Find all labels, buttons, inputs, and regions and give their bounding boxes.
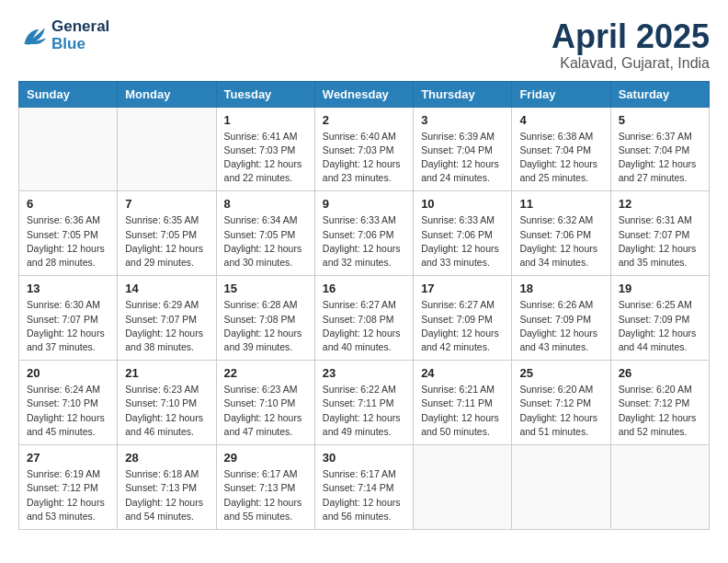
- day-number: 3: [421, 113, 504, 127]
- day-info: Sunrise: 6:21 AMSunset: 7:11 PMDaylight:…: [421, 383, 504, 439]
- calendar-cell: 18Sunrise: 6:26 AMSunset: 7:09 PMDayligh…: [512, 276, 610, 361]
- calendar-cell: 12Sunrise: 6:31 AMSunset: 7:07 PMDayligh…: [610, 191, 709, 276]
- day-info: Sunrise: 6:24 AMSunset: 7:10 PMDaylight:…: [27, 383, 109, 439]
- calendar-week-row: 6Sunrise: 6:36 AMSunset: 7:05 PMDaylight…: [19, 191, 710, 276]
- day-info: Sunrise: 6:23 AMSunset: 7:10 PMDaylight:…: [125, 383, 208, 439]
- calendar-cell: [512, 445, 610, 530]
- calendar-cell: [610, 445, 709, 530]
- calendar-cell: 26Sunrise: 6:20 AMSunset: 7:12 PMDayligh…: [610, 361, 709, 445]
- day-number: 28: [125, 451, 208, 465]
- day-number: 15: [224, 282, 307, 295]
- day-info: Sunrise: 6:27 AMSunset: 7:09 PMDaylight:…: [421, 298, 504, 354]
- calendar-cell: 6Sunrise: 6:36 AMSunset: 7:05 PMDaylight…: [19, 191, 118, 276]
- day-number: 23: [323, 366, 405, 380]
- calendar-cell: 27Sunrise: 6:19 AMSunset: 7:12 PMDayligh…: [19, 445, 118, 530]
- calendar-cell: 7Sunrise: 6:35 AMSunset: 7:05 PMDaylight…: [118, 191, 216, 276]
- calendar-cell: 28Sunrise: 6:18 AMSunset: 7:13 PMDayligh…: [118, 445, 216, 530]
- day-number: 2: [323, 113, 405, 127]
- calendar-week-row: 27Sunrise: 6:19 AMSunset: 7:12 PMDayligh…: [19, 445, 710, 530]
- day-number: 6: [27, 197, 109, 211]
- day-info: Sunrise: 6:38 AMSunset: 7:04 PMDaylight:…: [519, 130, 602, 186]
- day-info: Sunrise: 6:19 AMSunset: 7:12 PMDaylight:…: [27, 467, 109, 523]
- logo-blue: Blue: [51, 36, 109, 53]
- day-number: 13: [27, 282, 109, 295]
- calendar-cell: 1Sunrise: 6:41 AMSunset: 7:03 PMDaylight…: [216, 107, 314, 191]
- day-number: 1: [224, 113, 307, 127]
- calendar-cell: 20Sunrise: 6:24 AMSunset: 7:10 PMDayligh…: [19, 361, 118, 445]
- day-info: Sunrise: 6:23 AMSunset: 7:10 PMDaylight:…: [224, 383, 307, 439]
- weekday-header-saturday: Saturday: [610, 81, 709, 107]
- day-number: 7: [125, 197, 208, 211]
- logo: General Blue: [18, 18, 109, 52]
- title-area: April 2025 Kalavad, Gujarat, India: [552, 18, 710, 72]
- day-info: Sunrise: 6:34 AMSunset: 7:05 PMDaylight:…: [224, 213, 307, 270]
- calendar-cell: 4Sunrise: 6:38 AMSunset: 7:04 PMDaylight…: [512, 107, 610, 191]
- day-number: 27: [27, 451, 109, 465]
- calendar-cell: [118, 107, 216, 191]
- day-number: 14: [125, 282, 208, 295]
- day-info: Sunrise: 6:41 AMSunset: 7:03 PMDaylight:…: [224, 130, 307, 186]
- day-info: Sunrise: 6:33 AMSunset: 7:06 PMDaylight:…: [421, 213, 504, 270]
- day-info: Sunrise: 6:37 AMSunset: 7:04 PMDaylight:…: [619, 130, 701, 186]
- day-info: Sunrise: 6:22 AMSunset: 7:11 PMDaylight:…: [323, 383, 405, 439]
- day-info: Sunrise: 6:25 AMSunset: 7:09 PMDaylight:…: [619, 298, 701, 354]
- day-number: 11: [519, 197, 602, 211]
- day-number: 30: [323, 451, 405, 465]
- weekday-header-row: SundayMondayTuesdayWednesdayThursdayFrid…: [19, 81, 710, 107]
- calendar-cell: 25Sunrise: 6:20 AMSunset: 7:12 PMDayligh…: [512, 361, 610, 445]
- calendar-cell: 2Sunrise: 6:40 AMSunset: 7:03 PMDaylight…: [314, 107, 413, 191]
- calendar-cell: 15Sunrise: 6:28 AMSunset: 7:08 PMDayligh…: [216, 276, 314, 361]
- weekday-header-monday: Monday: [118, 81, 216, 107]
- day-number: 19: [619, 282, 701, 295]
- weekday-header-tuesday: Tuesday: [216, 81, 314, 107]
- weekday-header-thursday: Thursday: [414, 81, 512, 107]
- day-number: 8: [224, 197, 307, 211]
- day-number: 5: [619, 113, 701, 127]
- calendar-cell: 13Sunrise: 6:30 AMSunset: 7:07 PMDayligh…: [19, 276, 118, 361]
- day-info: Sunrise: 6:20 AMSunset: 7:12 PMDaylight:…: [519, 383, 602, 439]
- calendar-table: SundayMondayTuesdayWednesdayThursdayFrid…: [18, 81, 710, 530]
- calendar-cell: [414, 445, 512, 530]
- calendar-location: Kalavad, Gujarat, India: [552, 55, 710, 72]
- day-info: Sunrise: 6:33 AMSunset: 7:06 PMDaylight:…: [323, 213, 405, 270]
- calendar-cell: 16Sunrise: 6:27 AMSunset: 7:08 PMDayligh…: [314, 276, 413, 361]
- logo-general: General: [51, 18, 109, 36]
- day-info: Sunrise: 6:29 AMSunset: 7:07 PMDaylight:…: [125, 298, 208, 354]
- header: General Blue April 2025 Kalavad, Gujarat…: [18, 18, 710, 72]
- day-number: 10: [421, 197, 504, 211]
- day-info: Sunrise: 6:39 AMSunset: 7:04 PMDaylight:…: [421, 130, 504, 186]
- calendar-cell: 17Sunrise: 6:27 AMSunset: 7:09 PMDayligh…: [414, 276, 512, 361]
- weekday-header-friday: Friday: [512, 81, 610, 107]
- calendar-cell: 21Sunrise: 6:23 AMSunset: 7:10 PMDayligh…: [118, 361, 216, 445]
- logo-icon: [18, 23, 48, 49]
- day-info: Sunrise: 6:18 AMSunset: 7:13 PMDaylight:…: [125, 467, 208, 523]
- weekday-header-sunday: Sunday: [19, 81, 118, 107]
- day-info: Sunrise: 6:20 AMSunset: 7:12 PMDaylight:…: [619, 383, 701, 439]
- day-number: 21: [125, 366, 208, 380]
- day-number: 24: [421, 366, 504, 380]
- calendar-cell: 9Sunrise: 6:33 AMSunset: 7:06 PMDaylight…: [314, 191, 413, 276]
- calendar-week-row: 13Sunrise: 6:30 AMSunset: 7:07 PMDayligh…: [19, 276, 710, 361]
- calendar-cell: 23Sunrise: 6:22 AMSunset: 7:11 PMDayligh…: [314, 361, 413, 445]
- calendar-week-row: 20Sunrise: 6:24 AMSunset: 7:10 PMDayligh…: [19, 361, 710, 445]
- day-number: 4: [519, 113, 602, 127]
- day-number: 18: [519, 282, 602, 295]
- calendar-cell: 11Sunrise: 6:32 AMSunset: 7:06 PMDayligh…: [512, 191, 610, 276]
- calendar-cell: 10Sunrise: 6:33 AMSunset: 7:06 PMDayligh…: [414, 191, 512, 276]
- calendar-cell: 3Sunrise: 6:39 AMSunset: 7:04 PMDaylight…: [414, 107, 512, 191]
- calendar-cell: 30Sunrise: 6:17 AMSunset: 7:14 PMDayligh…: [314, 445, 413, 530]
- day-number: 12: [619, 197, 701, 211]
- calendar-cell: 24Sunrise: 6:21 AMSunset: 7:11 PMDayligh…: [414, 361, 512, 445]
- day-info: Sunrise: 6:17 AMSunset: 7:14 PMDaylight:…: [323, 467, 405, 523]
- day-number: 16: [323, 282, 405, 295]
- day-number: 25: [519, 366, 602, 380]
- day-info: Sunrise: 6:26 AMSunset: 7:09 PMDaylight:…: [519, 298, 602, 354]
- day-info: Sunrise: 6:28 AMSunset: 7:08 PMDaylight:…: [224, 298, 307, 354]
- day-info: Sunrise: 6:32 AMSunset: 7:06 PMDaylight:…: [519, 213, 602, 270]
- calendar-cell: 5Sunrise: 6:37 AMSunset: 7:04 PMDaylight…: [610, 107, 709, 191]
- calendar-cell: [19, 107, 118, 191]
- day-number: 29: [224, 451, 307, 465]
- calendar-week-row: 1Sunrise: 6:41 AMSunset: 7:03 PMDaylight…: [19, 107, 710, 191]
- calendar-cell: 29Sunrise: 6:17 AMSunset: 7:13 PMDayligh…: [216, 445, 314, 530]
- day-number: 22: [224, 366, 307, 380]
